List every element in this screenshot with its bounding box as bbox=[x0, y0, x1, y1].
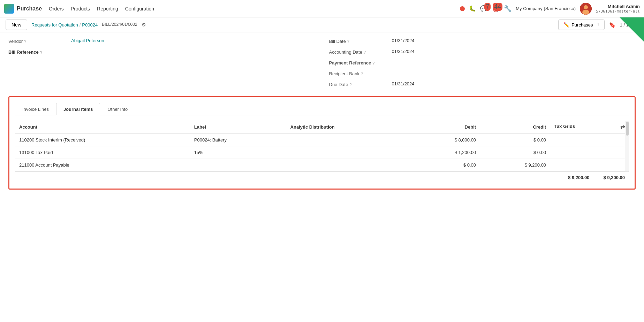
scrollbar[interactable] bbox=[625, 121, 629, 171]
navbar-right: 🐛 💬 7 ⏰ 44 🔧 My Company (San Francisco) … bbox=[460, 3, 640, 15]
chat-badge: 7 bbox=[484, 3, 491, 11]
column-settings-icon[interactable]: ⇄ bbox=[620, 124, 625, 130]
row1-account[interactable]: 110200 Stock Interim (Received) bbox=[15, 133, 190, 146]
bookmark-button[interactable]: 🔖 bbox=[609, 22, 616, 28]
row1-credit[interactable]: $ 0.00 bbox=[480, 133, 550, 146]
user-avatar[interactable] bbox=[580, 3, 592, 15]
tab-invoice-lines[interactable]: Invoice Lines bbox=[15, 103, 56, 115]
row2-tax-grids[interactable] bbox=[550, 146, 629, 159]
purchases-button[interactable]: ✏️ Purchases 1 bbox=[558, 20, 605, 30]
col-tax-grids: Tax Grids ⇄ bbox=[550, 121, 629, 133]
row3-account[interactable]: 211000 Account Payable bbox=[15, 159, 190, 171]
accounting-date-value[interactable]: 01/31/2024 bbox=[392, 49, 415, 54]
col-analytic: Analytic Distribution bbox=[286, 121, 410, 133]
vendor-field-row: Vendor ? Abigail Peterson bbox=[8, 38, 315, 44]
accounting-date-label: Accounting Date ? bbox=[329, 49, 392, 55]
table-row: 110200 Stock Interim (Received) P00024: … bbox=[15, 133, 629, 146]
bill-reference-id: BILL/2024/01/0002 bbox=[102, 22, 137, 28]
row2-debit[interactable]: $ 1,200.00 bbox=[410, 146, 480, 159]
accounting-date-help-icon[interactable]: ? bbox=[364, 50, 366, 54]
settings-gear-icon[interactable]: ⚙ bbox=[142, 22, 146, 28]
payment-reference-label: Payment Reference ? bbox=[329, 60, 392, 66]
bill-reference-field-row: Bill Reference ? bbox=[8, 49, 315, 55]
row3-tax-grids[interactable] bbox=[550, 159, 629, 171]
bill-date-label: Bill Date ? bbox=[329, 38, 392, 44]
row2-credit[interactable]: $ 0.00 bbox=[480, 146, 550, 159]
tab-journal-items[interactable]: Journal Items bbox=[56, 103, 100, 115]
row2-label[interactable]: 15% bbox=[190, 146, 286, 159]
journal-items-section: Invoice Lines Journal Items Other Info A… bbox=[8, 96, 636, 190]
col-label: Label bbox=[190, 121, 286, 133]
activity-notification[interactable]: ⏰ 44 bbox=[492, 5, 500, 13]
scroll-thumb[interactable] bbox=[626, 122, 629, 136]
footer-debit-total: $ 9,200.00 bbox=[568, 175, 589, 180]
brand-icon bbox=[4, 4, 14, 14]
bill-date-value[interactable]: 01/31/2024 bbox=[392, 38, 415, 43]
svg-point-2 bbox=[582, 10, 589, 15]
company-info[interactable]: My Company (San Francisco) bbox=[516, 6, 576, 11]
main-content: Vendor ? Abigail Peterson Bill Reference… bbox=[0, 32, 644, 198]
recipient-bank-field-row: Recipient Bank ? bbox=[329, 70, 636, 76]
app-brand[interactable]: Purchase bbox=[4, 4, 42, 14]
nav-links: Orders Products Reporting Configuration bbox=[49, 5, 154, 13]
col-debit: Debit bbox=[410, 121, 480, 133]
accounting-date-field-row: Accounting Date ? 01/31/2024 bbox=[329, 49, 636, 55]
vendor-help-icon[interactable]: ? bbox=[24, 39, 26, 44]
due-date-value[interactable]: 01/31/2024 bbox=[392, 81, 415, 86]
nav-configuration[interactable]: Configuration bbox=[125, 5, 154, 13]
form-right: Bill Date ? 01/31/2024 Accounting Date ?… bbox=[329, 38, 636, 92]
bill-date-field-row: Bill Date ? 01/31/2024 bbox=[329, 38, 636, 44]
breadcrumb: Requests for Quotation / P00024 bbox=[31, 22, 98, 28]
payment-reference-help-icon[interactable]: ? bbox=[372, 61, 374, 65]
status-dot[interactable] bbox=[460, 6, 465, 11]
debug-icon[interactable]: 🐛 bbox=[469, 5, 476, 12]
tab-other-info[interactable]: Other Info bbox=[100, 103, 135, 115]
bill-reference-label: Bill Reference ? bbox=[8, 49, 71, 55]
row1-tax-grids[interactable] bbox=[550, 133, 629, 146]
row3-analytic[interactable] bbox=[286, 159, 410, 171]
row1-analytic[interactable] bbox=[286, 133, 410, 146]
nav-products[interactable]: Products bbox=[71, 5, 90, 13]
table-row: 211000 Account Payable $ 0.00 $ 9,200.00 bbox=[15, 159, 629, 171]
row1-debit[interactable]: $ 8,000.00 bbox=[410, 133, 480, 146]
form-section: Vendor ? Abigail Peterson Bill Reference… bbox=[8, 38, 636, 92]
recipient-bank-help-icon[interactable]: ? bbox=[361, 72, 363, 76]
activity-badge: 44 bbox=[493, 3, 502, 11]
status-triangle bbox=[620, 17, 644, 42]
row2-account[interactable]: 131000 Tax Paid bbox=[15, 146, 190, 159]
purchases-count: 1 bbox=[597, 23, 599, 27]
navbar: Purchase Orders Products Reporting Confi… bbox=[0, 0, 644, 17]
journal-table: Account Label Analytic Distribution Debi… bbox=[15, 121, 629, 171]
breadcrumb-current[interactable]: P00024 bbox=[82, 22, 98, 28]
due-date-help-icon[interactable]: ? bbox=[349, 83, 351, 87]
row1-label[interactable]: P00024: Battery bbox=[190, 133, 286, 146]
due-date-field-row: Due Date ? 01/31/2024 bbox=[329, 81, 636, 87]
tabs: Invoice Lines Journal Items Other Info bbox=[15, 103, 629, 115]
user-info: Mitchell Admin 57361061-master-all bbox=[596, 4, 640, 14]
form-left: Vendor ? Abigail Peterson Bill Reference… bbox=[8, 38, 315, 92]
due-date-label: Due Date ? bbox=[329, 81, 392, 87]
row3-label[interactable] bbox=[190, 159, 286, 171]
recipient-bank-label: Recipient Bank ? bbox=[329, 70, 392, 76]
tools-icon[interactable]: 🔧 bbox=[504, 5, 512, 13]
chat-notification[interactable]: 💬 7 bbox=[480, 5, 488, 13]
payment-reference-field-row: Payment Reference ? bbox=[329, 60, 636, 66]
table-row: 131000 Tax Paid 15% $ 1,200.00 $ 0.00 bbox=[15, 146, 629, 159]
user-branch: 57361061-master-all bbox=[596, 9, 640, 14]
nav-orders[interactable]: Orders bbox=[49, 5, 64, 13]
breadcrumb-separator: / bbox=[79, 22, 81, 28]
breadcrumb-parent[interactable]: Requests for Quotation bbox=[31, 22, 78, 28]
purchases-icon: ✏️ bbox=[563, 22, 569, 28]
app-name: Purchase bbox=[17, 6, 42, 12]
svg-point-1 bbox=[584, 5, 588, 9]
bill-reference-help-icon[interactable]: ? bbox=[40, 50, 43, 54]
row2-analytic[interactable] bbox=[286, 146, 410, 159]
row3-debit[interactable]: $ 0.00 bbox=[410, 159, 480, 171]
vendor-value[interactable]: Abigail Peterson bbox=[71, 38, 104, 43]
user-name: Mitchell Admin bbox=[596, 4, 640, 9]
bill-date-help-icon[interactable]: ? bbox=[347, 39, 349, 44]
new-button[interactable]: New bbox=[6, 20, 27, 30]
row3-credit[interactable]: $ 9,200.00 bbox=[480, 159, 550, 171]
table-footer: $ 9,200.00 $ 9,200.00 bbox=[15, 171, 629, 183]
nav-reporting[interactable]: Reporting bbox=[97, 5, 118, 13]
